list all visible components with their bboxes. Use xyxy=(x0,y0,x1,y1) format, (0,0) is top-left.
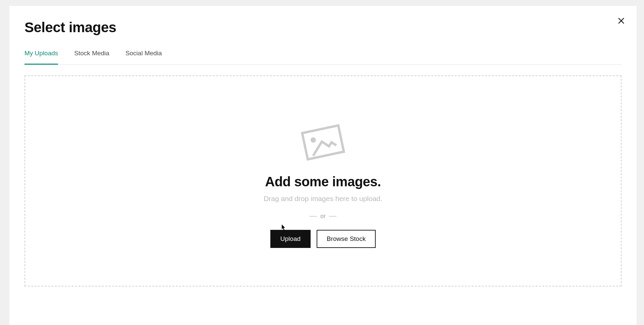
upload-dropzone[interactable]: Add some images. Drag and drop images he… xyxy=(24,75,622,286)
divider-text: or xyxy=(320,213,326,220)
close-button[interactable] xyxy=(617,17,625,25)
tabs-container: My Uploads Stock Media Social Media xyxy=(24,50,622,65)
tab-my-uploads[interactable]: My Uploads xyxy=(24,50,58,64)
dropzone-subtext: Drag and drop images here to upload. xyxy=(264,195,382,203)
image-placeholder-icon xyxy=(294,114,352,171)
select-images-modal: Select images My Uploads Stock Media Soc… xyxy=(9,6,637,325)
tab-stock-media[interactable]: Stock Media xyxy=(74,50,109,64)
svg-point-3 xyxy=(310,137,316,143)
divider: or xyxy=(310,213,336,220)
tab-social-media[interactable]: Social Media xyxy=(125,50,162,64)
upload-button[interactable]: Upload xyxy=(270,230,311,248)
dropzone-heading: Add some images. xyxy=(265,174,381,189)
modal-title: Select images xyxy=(24,19,622,36)
browse-stock-button[interactable]: Browse Stock xyxy=(317,230,376,248)
button-row: Upload Browse Stock xyxy=(270,230,376,248)
close-icon xyxy=(618,17,625,24)
